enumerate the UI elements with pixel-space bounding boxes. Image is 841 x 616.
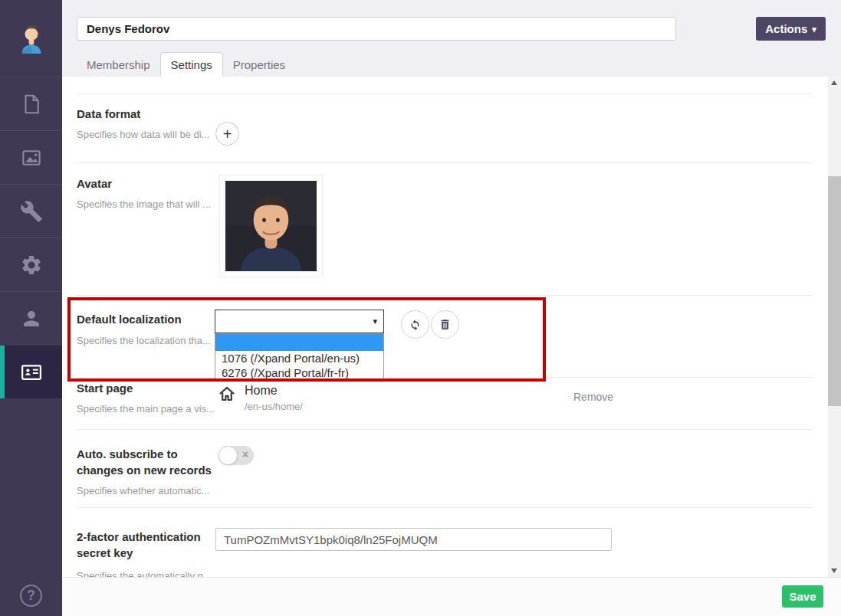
dropdown-option-fr-fr[interactable]: 6276 (/Xpand Portal/fr-fr) bbox=[215, 365, 383, 380]
select-caret-icon: ▾ bbox=[373, 316, 377, 326]
settings-form: Data format Specifies how data will be d… bbox=[62, 77, 828, 577]
auto-subscribe-toggle[interactable]: × bbox=[218, 446, 254, 465]
add-data-format-button[interactable]: + bbox=[215, 122, 239, 146]
start-page-title[interactable]: Home bbox=[245, 384, 278, 398]
refresh-icon bbox=[409, 318, 422, 331]
tab-settings[interactable]: Settings bbox=[160, 52, 223, 77]
sidebar-item-media[interactable] bbox=[0, 130, 62, 184]
default-localization-select[interactable]: ▾ bbox=[215, 310, 384, 333]
toggle-knob bbox=[218, 446, 238, 465]
active-item-accent-bar bbox=[0, 346, 5, 398]
auto-subscribe-description: Specifies whether automatic... bbox=[77, 485, 209, 496]
image-icon bbox=[20, 146, 43, 169]
current-user-avatar[interactable] bbox=[0, 0, 62, 77]
auto-subscribe-label: Auto. subscribe to changes on new record… bbox=[77, 446, 213, 478]
sidebar-item-tools[interactable] bbox=[0, 184, 62, 238]
avatar-description: Specifies the image that will ... bbox=[77, 198, 211, 210]
localization-dropdown-list: 1076 (/Xpand Portal/en-us) 6276 (/Xpand … bbox=[215, 333, 384, 381]
dropdown-option-empty[interactable] bbox=[215, 334, 383, 351]
data-format-description: Specifies how data will be di... bbox=[77, 129, 209, 140]
avatar-label: Avatar bbox=[77, 175, 112, 192]
plus-icon: + bbox=[223, 126, 232, 142]
user-avatar-illustration bbox=[17, 21, 46, 56]
home-icon bbox=[218, 385, 236, 403]
toggle-off-icon: × bbox=[242, 448, 248, 460]
two-factor-description: Specifies the automatically g... bbox=[77, 570, 212, 577]
contact-card-icon bbox=[20, 361, 43, 384]
sidebar-item-contacts[interactable] bbox=[0, 345, 62, 398]
default-localization-description: Specifies the localization tha... bbox=[77, 335, 211, 346]
form-footer: Save bbox=[62, 577, 841, 616]
trash-icon bbox=[439, 318, 452, 331]
document-icon bbox=[20, 93, 43, 116]
scroll-up-arrow[interactable] bbox=[828, 77, 841, 89]
sidebar-item-users[interactable] bbox=[0, 291, 62, 345]
sidebar-item-settings[interactable] bbox=[0, 238, 62, 291]
default-localization-label: Default localization bbox=[77, 311, 182, 327]
actions-button-label: Actions bbox=[765, 22, 807, 35]
tab-bar: Membership Settings Properties bbox=[77, 52, 295, 77]
remove-start-page-link[interactable]: Remove bbox=[573, 391, 613, 403]
start-page-label: Start page bbox=[77, 380, 133, 396]
two-factor-secret-input[interactable] bbox=[215, 528, 612, 551]
person-icon bbox=[20, 307, 43, 330]
wrench-icon bbox=[20, 200, 43, 223]
gear-icon bbox=[20, 254, 43, 277]
help-icon[interactable]: ? bbox=[20, 585, 42, 607]
data-format-label: Data format bbox=[77, 106, 140, 122]
section-divider bbox=[77, 507, 813, 508]
refresh-button[interactable] bbox=[401, 310, 429, 339]
record-name-input[interactable] bbox=[77, 17, 676, 41]
tab-properties[interactable]: Properties bbox=[223, 53, 295, 77]
scroll-down-arrow[interactable] bbox=[828, 565, 841, 577]
tab-membership[interactable]: Membership bbox=[77, 53, 160, 77]
start-page-path: /en-us/home/ bbox=[245, 401, 303, 412]
chevron-down-icon: ▾ bbox=[812, 25, 816, 34]
sidebar-item-pages[interactable] bbox=[0, 77, 62, 130]
dropdown-option-en-us[interactable]: 1076 (/Xpand Portal/en-us) bbox=[215, 351, 383, 365]
delete-button[interactable] bbox=[431, 310, 459, 339]
portrait-photo bbox=[225, 181, 317, 271]
section-divider bbox=[77, 377, 813, 378]
vertical-scrollbar[interactable] bbox=[828, 77, 841, 577]
scrollbar-thumb[interactable] bbox=[828, 176, 841, 406]
section-divider bbox=[77, 295, 813, 296]
section-divider bbox=[77, 162, 813, 163]
two-factor-label: 2-factor authentication secret key bbox=[77, 529, 215, 561]
avatar-image[interactable] bbox=[219, 175, 323, 277]
section-divider bbox=[77, 429, 813, 430]
section-divider bbox=[77, 93, 813, 94]
actions-button[interactable]: Actions ▾ bbox=[756, 17, 826, 41]
save-button[interactable]: Save bbox=[782, 585, 823, 608]
start-page-description: Specifies the main page a vis... bbox=[77, 403, 215, 414]
page-header: Actions ▾ Membership Settings Properties bbox=[62, 0, 841, 77]
sidebar: ? bbox=[0, 0, 62, 616]
